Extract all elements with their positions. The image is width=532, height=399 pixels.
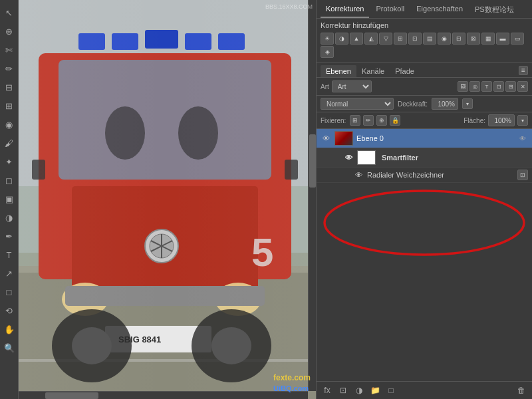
layer-fx-icon[interactable]: fx: [321, 384, 334, 396]
deckkraft-arrow[interactable]: ▾: [462, 98, 473, 109]
canvas-svg: 5 SBIG 8841: [19, 0, 316, 399]
tab-ebenen[interactable]: Ebenen: [321, 65, 356, 77]
layer-type-icon1[interactable]: 🖼: [458, 81, 468, 92]
smart-filter-group: 👁 Smartfilter 👁 Radialer Weichzeichner ⊡: [317, 148, 532, 183]
invert-icon[interactable]: ⊠: [467, 33, 480, 45]
exposure-icon[interactable]: ◭: [364, 33, 378, 45]
gradient-tool[interactable]: ▣: [2, 192, 17, 206]
left-toolbar: ↖ ⊕ ✄ ✏ ⊟ ⊞ ◉ 🖌 ✦ ◻ ▣ ◑ ✒ T ↗ □ ⟲ ✋ 🔍: [0, 0, 19, 399]
weichzeichner-item[interactable]: 👁 Radialer Weichzeichner ⊡: [317, 167, 532, 182]
colorbalance-icon[interactable]: ⊡: [408, 33, 422, 45]
path-selection-tool[interactable]: ↗: [2, 266, 17, 281]
scroll-thumb-v[interactable]: [309, 134, 316, 188]
blackwhite-icon[interactable]: ▤: [423, 33, 436, 45]
zoom-tool[interactable]: 🔍: [2, 340, 17, 355]
tab-korrekturen[interactable]: Korrekturen: [321, 3, 369, 18]
magic-wand-tool[interactable]: ✏: [2, 61, 17, 76]
brush-tool[interactable]: 🖌: [2, 136, 17, 150]
layers-list: 👁 Ebene 0 👁 👁 Smartfilter: [317, 129, 532, 381]
gradient-map-icon[interactable]: ▭: [511, 33, 524, 45]
tab-pfade[interactable]: Pfade: [390, 65, 420, 77]
horizontal-scrollbar[interactable]: [19, 391, 308, 399]
weichzeichner-icon1[interactable]: ⊡: [517, 170, 528, 180]
layer-group-icon[interactable]: 📁: [368, 384, 382, 396]
healing-tool[interactable]: ◉: [2, 117, 17, 132]
lasso-tool[interactable]: ✄: [2, 43, 17, 57]
fix-icon-lock[interactable]: 🔒: [390, 115, 400, 126]
fix-icon-grid[interactable]: ⊞: [350, 115, 360, 126]
threshold-icon[interactable]: ▬: [496, 33, 509, 45]
clone-tool[interactable]: ✦: [2, 154, 17, 169]
layer-new-icon[interactable]: □: [384, 384, 398, 396]
layer-mask-icon[interactable]: ⊡: [336, 384, 350, 396]
korrekturen-title: Korrektur hinzufügen: [321, 21, 528, 29]
controls-row: Art Art 🖼 ◎ T ⊡ ⊞ ✕: [317, 78, 532, 96]
layer-ebene0[interactable]: 👁 Ebene 0 👁: [317, 129, 532, 148]
vibrance-icon[interactable]: ▽: [379, 33, 392, 45]
layer-type-icon2[interactable]: ◎: [469, 81, 480, 92]
scroll-thumb-h[interactable]: [45, 392, 98, 399]
deckkraft-label: Deckkraft:: [398, 100, 428, 108]
blend-row: Normal Auflösen Abdunkeln Multiplizieren…: [317, 96, 532, 112]
tab-kanaele[interactable]: Kanäle: [356, 65, 390, 77]
hand-tool[interactable]: ✋: [2, 322, 17, 336]
top-watermark-ref: BBS.16XX8.COM: [265, 3, 313, 10]
tab-protokoll[interactable]: Protokoll: [370, 3, 410, 18]
flache-arrow[interactable]: ▾: [517, 115, 528, 126]
vertical-scrollbar[interactable]: [308, 0, 316, 391]
right-panel: Korrekturen Protokoll Eigenschaften PS数程…: [316, 0, 532, 399]
watermark: fexte.com UiBQ.com: [273, 372, 311, 394]
flache-label: Fläche:: [464, 117, 485, 124]
fix-icon-brush[interactable]: ✏: [363, 115, 374, 126]
tab-ps[interactable]: PS数程论坛: [469, 3, 519, 18]
blend-mode-select[interactable]: Normal Auflösen Abdunkeln Multiplizieren: [321, 98, 394, 110]
tab-eigenschaften[interactable]: Eigenschaften: [411, 3, 468, 18]
art-select[interactable]: Art: [332, 80, 372, 92]
shape-tool[interactable]: □: [2, 285, 17, 299]
layer-controls: 🖼 ◎ T ⊡ ⊞ ✕: [458, 81, 528, 92]
canvas-area: ↖ ⊕ ✄ ✏ ⊟ ⊞ ◉ 🖌 ✦ ◻ ▣ ◑ ✒ T ↗ □ ⟲ ✋ 🔍: [0, 0, 316, 399]
svg-point-32: [211, 327, 251, 364]
curves-icon[interactable]: ▲: [350, 33, 363, 45]
eraser-tool[interactable]: ◻: [2, 173, 17, 188]
brightness-icon[interactable]: ☀: [321, 33, 334, 45]
layer-ebene0-visibility[interactable]: 👁: [321, 133, 331, 144]
layer-delete-icon[interactable]: 🗑: [515, 384, 528, 396]
selective-color-icon[interactable]: ◈: [321, 46, 334, 58]
layer-adjustment-icon[interactable]: ◑: [352, 384, 366, 396]
art-label: Art: [321, 83, 329, 90]
posterize-icon[interactable]: ▦: [481, 33, 495, 45]
weichzeichner-name: Radialer Weichzeichner: [367, 171, 444, 179]
photo-icon[interactable]: ◉: [438, 33, 451, 45]
fix-icon-move[interactable]: ⊕: [376, 115, 387, 126]
layer-type-icon3[interactable]: T: [481, 81, 492, 92]
text-tool[interactable]: T: [2, 247, 17, 262]
smartfilter-visibility[interactable]: 👁: [343, 152, 354, 163]
eyedropper-tool[interactable]: ⊞: [2, 98, 17, 113]
flache-input[interactable]: [488, 114, 515, 126]
fixieren-row: Fixieren: ⊞ ✏ ⊕ 🔒 Fläche: ▾: [317, 112, 532, 129]
layer-ebene0-name: Ebene 0: [356, 134, 514, 142]
panel-top-tabs: Korrekturen Protokoll Eigenschaften PS数程…: [317, 0, 532, 19]
levels-icon[interactable]: ◑: [335, 33, 348, 45]
dodge-tool[interactable]: ◑: [2, 210, 17, 225]
marquee-tool[interactable]: ⊕: [2, 24, 17, 39]
crop-tool[interactable]: ⊟: [2, 80, 17, 94]
channel-icon[interactable]: ⊟: [452, 33, 466, 45]
weichzeichner-visibility[interactable]: 👁: [353, 170, 364, 180]
hue-icon[interactable]: ⊞: [394, 33, 407, 45]
3d-tool[interactable]: ⟲: [2, 303, 17, 318]
canvas-inner: 5 SBIG 8841: [19, 0, 316, 399]
pen-tool[interactable]: ✒: [2, 229, 17, 243]
ebenen-tabs: Ebenen Kanäle Pfade ≡: [317, 63, 532, 78]
move-tool[interactable]: ↖: [2, 5, 17, 20]
watermark-line1: fexte.com: [273, 372, 311, 384]
panel-menu-icon[interactable]: ≡: [519, 66, 528, 75]
red-circle-annotation: [317, 183, 532, 263]
layer-type-icon4[interactable]: ⊡: [493, 81, 504, 92]
layer-type-icon5[interactable]: ⊞: [505, 81, 516, 92]
layer-type-icon6[interactable]: ✕: [517, 81, 528, 92]
deckkraft-input[interactable]: [432, 98, 458, 110]
ebenen-section: Ebenen Kanäle Pfade ≡ Art Art 🖼 ◎ T ⊡: [317, 63, 532, 399]
fixieren-label: Fixieren:: [321, 117, 346, 124]
